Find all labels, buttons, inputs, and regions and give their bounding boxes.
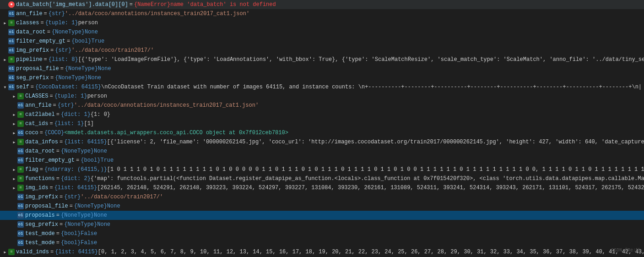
expand-arrow[interactable] xyxy=(11,175,17,182)
debug-row[interactable]: o1filter_empty_gt = {bool} True xyxy=(0,37,644,46)
var-name: seg_prefix xyxy=(16,75,49,81)
value: [0, 1, 2, 3, 4, 5, 6, 7, 8, 9, 10, 11, 1… xyxy=(98,249,644,255)
expand-arrow[interactable] xyxy=(11,111,17,118)
expand-arrow[interactable] xyxy=(2,20,8,26)
expand-arrow[interactable] xyxy=(11,93,17,99)
value: None xyxy=(85,29,98,35)
tuple-icon: ≡ xyxy=(17,93,24,99)
none-icon: o1 xyxy=(8,75,15,81)
debug-row[interactable]: o1test_mode = {bool} False xyxy=(0,238,644,247)
debug-row[interactable]: ≡cat2label = {dict: 1} {1: 0} xyxy=(0,110,644,119)
expand-arrow[interactable] xyxy=(2,84,8,90)
expand-arrow[interactable] xyxy=(11,185,17,191)
debug-row[interactable]: o1proposals = {NoneType} None xyxy=(0,211,644,220)
debug-row[interactable]: o1data_root = {NoneType} None xyxy=(0,27,644,37)
none-icon: o1 xyxy=(8,66,15,72)
debug-row[interactable]: ≡classes = {tuple: 1} person xyxy=(0,18,644,27)
debug-row[interactable]: ≡valid_inds = {list: 64115} [0, 1, 2, 3,… xyxy=(0,247,644,257)
value: None xyxy=(88,75,101,81)
debug-row[interactable]: ≡data_infos = {list: 64115} [{'license':… xyxy=(0,137,644,147)
value: '../data/coco/train2017/' xyxy=(81,194,163,200)
operator: = xyxy=(40,130,43,136)
list-icon: ≡ xyxy=(17,139,24,145)
var-name: self xyxy=(16,84,29,90)
debug-row[interactable]: ≡img_ids = {list: 64115} [262145, 262148… xyxy=(0,183,644,192)
operator: = xyxy=(50,47,54,54)
debug-row[interactable]: ≡flag = {ndarray: (64115,)} [1 0 1 1 1 0… xyxy=(0,165,644,174)
operator: = xyxy=(76,157,79,164)
type-annotation: {bool} xyxy=(81,157,100,164)
expand-arrow[interactable] xyxy=(2,249,8,255)
var-name: test_mode xyxy=(25,240,55,246)
operator: = xyxy=(56,111,60,118)
operator: = xyxy=(56,175,60,182)
debug-row[interactable]: ●data_batch['img_metas'].data[0][0] = {N… xyxy=(0,0,644,9)
expand-arrow[interactable] xyxy=(11,166,17,173)
none-icon: o1 xyxy=(17,221,24,228)
operator: = xyxy=(56,240,60,246)
debug-row[interactable]: o1filter_empty_gt = {bool} True xyxy=(0,156,644,165)
type-annotation: {list: 64115} xyxy=(55,249,98,255)
type-annotation: {CocoDataset: 64115} xyxy=(35,84,101,90)
error-msg: name 'data_batch' is not defined xyxy=(170,1,276,8)
dict-icon: ≡ xyxy=(17,111,24,118)
type-annotation: {bool} xyxy=(61,230,81,237)
expand-arrow[interactable] xyxy=(11,130,17,136)
var-name: proposal_file xyxy=(16,66,59,72)
type-annotation: {list: 64115} xyxy=(54,185,97,191)
operator: = xyxy=(49,120,53,127)
str-icon: o1 xyxy=(17,102,24,109)
operator: = xyxy=(53,102,56,109)
value: True xyxy=(91,38,104,44)
debug-row[interactable]: o1self = {CocoDataset: 64115} \nCocoData… xyxy=(0,82,644,92)
debug-row[interactable]: o1ann_file = {str} '../data/coco/annotat… xyxy=(0,9,644,18)
value: '../data/coco/train2017/' xyxy=(71,47,154,54)
debug-row[interactable]: o1seg_prefix = {NoneType} None xyxy=(0,220,644,229)
value: {'map': functools.partial(<function Data… xyxy=(91,175,644,182)
debug-row[interactable]: o1seg_prefix = {NoneType} None xyxy=(0,73,644,82)
debug-row[interactable]: ≡CLASSES = {tuple: 1} person xyxy=(0,92,644,101)
list-icon: ≡ xyxy=(17,185,24,191)
type-annotation: {list: 64115} xyxy=(64,139,107,145)
none-icon: o1 xyxy=(17,212,24,219)
value: person xyxy=(78,20,98,26)
debug-row[interactable]: o1img_prefix = {str} '../data/coco/train… xyxy=(0,192,644,202)
debug-row[interactable]: o1data_root = {NoneType} None xyxy=(0,147,644,156)
bool-icon: o1 xyxy=(17,230,24,237)
expand-arrow[interactable] xyxy=(11,139,17,145)
type-annotation: {bool} xyxy=(71,38,91,44)
debug-row[interactable]: o1test_mode = {bool} False xyxy=(0,229,644,238)
expand-arrow[interactable] xyxy=(2,56,8,63)
value: [1 0 1 1 1 0 1 0 1 1 1 1 1 1 1 1 0 1 0 0… xyxy=(107,166,644,173)
var-name: pipeline xyxy=(16,56,43,63)
debug-row[interactable]: o1img_prefix = {str} '../data/coco/train… xyxy=(0,46,644,55)
expand-arrow[interactable] xyxy=(11,120,17,127)
var-name: CLASSES xyxy=(25,93,48,99)
type-annotation: {str} xyxy=(58,102,74,109)
operator: = xyxy=(47,29,50,35)
var-name: valid_inds xyxy=(16,249,49,255)
debug-row[interactable]: ≡functions = {dict: 2} {'map': functools… xyxy=(0,174,644,183)
operator: = xyxy=(40,166,43,173)
debug-row[interactable]: ≡cat_ids = {list: 1} [1] xyxy=(0,119,644,128)
debug-row[interactable]: o1ann_file = {str} '../data/coco/annotat… xyxy=(0,101,644,110)
type-annotation: {NoneType} xyxy=(52,29,85,35)
operator: = xyxy=(60,194,63,200)
value: [262145, 262148, 524291, 262148, 393223,… xyxy=(97,185,644,191)
var-name: img_ids xyxy=(25,185,48,191)
debug-row[interactable]: o1proposal_file = {NoneType} None xyxy=(0,202,644,211)
type-annotation: {NoneType} xyxy=(55,75,88,81)
type-annotation: {str} xyxy=(55,47,71,54)
value: None xyxy=(97,221,110,228)
debug-row[interactable]: o1coco = {COCO} <mmdet.datasets.api_wrap… xyxy=(0,128,644,137)
var-name: img_prefix xyxy=(16,47,49,54)
debug-row[interactable]: o1proposal_file = {NoneType} None xyxy=(0,64,644,73)
operator: = xyxy=(50,249,54,255)
type-annotation: {NoneType} xyxy=(64,221,97,228)
debug-row[interactable]: ≡pipeline = {list: 8} [{'type': 'LoadIma… xyxy=(0,55,644,64)
type-annotation: {ndarray: (64115,)} xyxy=(44,166,107,173)
operator: = xyxy=(49,93,53,99)
var-name: flag xyxy=(25,166,38,173)
operator: = xyxy=(67,38,70,44)
var-name: cat_ids xyxy=(25,120,48,127)
